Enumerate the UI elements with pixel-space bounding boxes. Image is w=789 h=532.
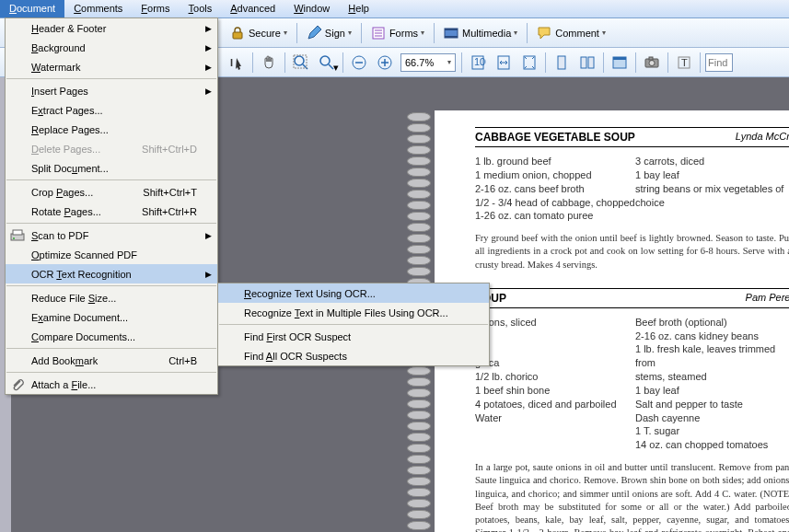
find-field[interactable]: Find	[705, 53, 733, 72]
menu-document[interactable]: Document	[0, 0, 64, 17]
menu-item[interactable]: Optimize Scanned PDF	[6, 245, 217, 264]
list-item: 3 carrots, diced	[635, 155, 789, 168]
ingredients-col1: onions, slicedoilrguica1/2 lb. chorico1 …	[475, 316, 635, 452]
snapshot-button[interactable]	[639, 51, 665, 75]
menu-item-label: Insert Pages	[31, 86, 88, 97]
marquee-zoom-tool[interactable]	[288, 51, 314, 75]
menu-advanced[interactable]: Advanced	[221, 0, 284, 17]
menu-item[interactable]: Extract Pages...	[6, 100, 217, 120]
speech-bubble-icon	[537, 26, 551, 40]
list-item: Water	[475, 411, 635, 425]
shortcut: Shift+Ctrl+D	[142, 144, 197, 155]
menu-item[interactable]: Attach a File...	[6, 375, 217, 394]
touchup-text-button[interactable]: T	[671, 51, 697, 75]
svg-point-9	[295, 56, 304, 65]
zoom-out-button[interactable]	[346, 51, 372, 75]
menu-item[interactable]: Scan to PDF▶	[6, 226, 217, 245]
menu-item[interactable]: Reduce File Size...	[6, 288, 217, 307]
menu-item[interactable]: Rotate Pages...Shift+Ctrl+R	[6, 202, 217, 221]
secure-button[interactable]: Secure ▾	[225, 23, 293, 43]
list-item: string beans or mix vegetables of	[635, 182, 789, 196]
menu-item-label: Crop Pages...	[31, 187, 93, 198]
separator	[603, 52, 604, 73]
sign-label: Sign	[325, 28, 345, 39]
comment-label: Comment	[555, 28, 599, 39]
chevron-down-icon: ▾	[514, 29, 517, 37]
menu-item[interactable]: Find First OCR Suspect	[218, 327, 489, 346]
menu-item[interactable]: Watermark▶	[6, 57, 217, 76]
menu-help[interactable]: Help	[339, 0, 378, 17]
menu-item[interactable]: Recognize Text in Multiple Files Using O…	[218, 303, 489, 322]
multimedia-button[interactable]: Multimedia ▾	[438, 23, 523, 43]
menu-item-label: Extract Pages...	[31, 105, 103, 116]
menu-window[interactable]: Window	[284, 0, 339, 17]
list-item: 1 lb. ground beef	[475, 155, 635, 168]
menu-item[interactable]: OCR Text Recognition▶	[6, 264, 217, 283]
zoom-dropdown[interactable]: ▾	[314, 51, 340, 75]
menu-item-label: Recognize Text Using OCR...	[244, 288, 376, 299]
chevron-down-icon: ▾	[348, 29, 352, 37]
sign-button[interactable]: Sign ▾	[301, 23, 357, 43]
zoom-in-button[interactable]	[372, 51, 398, 75]
menu-comments[interactable]: Comments	[64, 0, 132, 17]
forms-button[interactable]: Forms ▾	[365, 23, 430, 43]
list-item: 1 bay leaf	[635, 168, 789, 182]
menu-item: Delete Pages...Shift+Ctrl+D	[6, 139, 217, 158]
separator	[461, 52, 462, 73]
svg-rect-7	[445, 36, 458, 38]
menu-item[interactable]: Background▶	[6, 38, 217, 57]
chevron-down-icon: ▾	[284, 29, 287, 37]
comment-button[interactable]: Comment ▾	[531, 23, 611, 43]
select-tool[interactable]: I	[224, 51, 249, 75]
menu-item-label: Attach a File...	[31, 379, 96, 390]
lock-icon	[230, 26, 245, 40]
submenu-arrow-icon: ▶	[205, 63, 212, 72]
menu-item[interactable]: Recognize Text Using OCR...	[218, 283, 489, 303]
svg-rect-25	[588, 57, 594, 68]
menu-item[interactable]: Replace Pages...	[6, 120, 217, 139]
svg-rect-6	[445, 29, 458, 30]
chevron-down-icon: ▾	[421, 29, 424, 37]
menu-item[interactable]: Examine Document...	[6, 307, 217, 327]
fullscreen-button[interactable]	[607, 51, 632, 75]
menu-forms[interactable]: Forms	[132, 0, 179, 17]
menu-item-label: Optimize Scanned PDF	[31, 249, 137, 260]
zoom-combo[interactable]: 66.7%▾	[400, 53, 456, 72]
chevron-down-icon: ▾	[447, 58, 451, 66]
menu-item[interactable]: Header & Footer▶	[6, 18, 217, 38]
separator	[667, 52, 668, 73]
list-item: 1-26 oz. can tomato puree	[475, 209, 635, 223]
menu-item-label: Examine Document...	[31, 312, 128, 323]
menu-item[interactable]: Find All OCR Suspects	[218, 346, 489, 365]
two-up-button[interactable]	[574, 51, 600, 75]
single-page-button[interactable]	[549, 51, 574, 75]
menu-tools[interactable]: Tools	[180, 0, 222, 17]
menu-item-label: Reduce File Size...	[31, 293, 116, 304]
separator	[635, 52, 636, 73]
svg-text:I: I	[230, 57, 233, 68]
menu-item-label: Replace Pages...	[31, 124, 109, 135]
ingredients: onions, slicedoilrguica1/2 lb. chorico1 …	[475, 316, 789, 452]
separator	[434, 23, 435, 43]
svg-rect-24	[581, 57, 586, 68]
actual-size-button[interactable]: 100	[465, 51, 491, 75]
hand-tool[interactable]	[256, 51, 282, 75]
film-icon	[444, 26, 458, 40]
paperclip-icon	[10, 377, 25, 392]
svg-rect-0	[233, 32, 242, 39]
menu-item[interactable]: Crop Pages...Shift+Ctrl+T	[6, 182, 217, 202]
submenu-arrow-icon: ▶	[205, 231, 212, 240]
svg-text:T: T	[681, 57, 688, 68]
fit-width-button[interactable]	[491, 51, 516, 75]
svg-point-29	[649, 60, 655, 65]
zoom-value: 66.7%	[405, 57, 434, 68]
fit-page-button[interactable]	[516, 51, 542, 75]
list-item: 1 lb. fresh kale, leaves trimmed from	[635, 342, 789, 370]
scanner-icon	[10, 228, 25, 243]
menu-item[interactable]: Compare Documents...	[6, 327, 217, 346]
menu-item[interactable]: Add BookmarkCtrl+B	[6, 351, 217, 370]
menu-item[interactable]: Insert Pages▶	[6, 81, 217, 100]
menu-item-label: Find First OCR Suspect	[244, 331, 351, 342]
menu-item[interactable]: Split Document...	[6, 158, 217, 178]
ingredients: 1 lb. ground beef1 medium onion, chopped…	[475, 155, 789, 223]
